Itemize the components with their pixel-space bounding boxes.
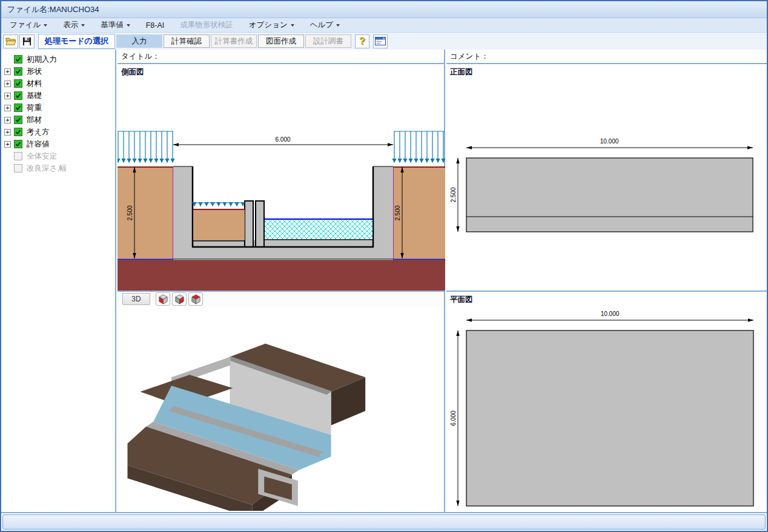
water-fill bbox=[265, 219, 372, 239]
cube-right-face-red-button[interactable] bbox=[172, 292, 187, 306]
checkbox-checked-icon[interactable] bbox=[14, 91, 22, 100]
cube-top-face-red-icon bbox=[190, 294, 202, 305]
save-file-button[interactable] bbox=[19, 34, 35, 48]
main-area: 初期入力 形状 材料 基礎 荷重 bbox=[1, 50, 767, 513]
dropdown-arrow-icon bbox=[127, 24, 130, 27]
plan-view-panel: 平面図 10.000 6.000 bbox=[446, 291, 767, 511]
sidebar-item-foundation[interactable]: 基礎 bbox=[1, 90, 115, 102]
expand-plus-icon[interactable] bbox=[4, 93, 11, 99]
front-view-label: 正面図 bbox=[450, 67, 473, 77]
checkbox-checked-icon[interactable] bbox=[14, 67, 22, 76]
sidebar-item-initial-input[interactable]: 初期入力 bbox=[1, 53, 115, 65]
sidebar-item-load[interactable]: 荷重 bbox=[1, 102, 115, 114]
dropdown-arrow-icon bbox=[291, 24, 294, 27]
expand-plus-icon[interactable] bbox=[4, 68, 11, 75]
open-file-button[interactable] bbox=[3, 34, 18, 48]
menu-options[interactable]: オプション bbox=[249, 20, 294, 30]
title-bar: ファイル名:MANUCHO34 bbox=[1, 1, 767, 18]
expand-plus-icon[interactable] bbox=[4, 129, 11, 136]
menu-standard-values[interactable]: 基準値 bbox=[101, 20, 130, 30]
checkbox-checked-icon[interactable] bbox=[14, 128, 22, 136]
checkbox-unchecked-icon bbox=[14, 152, 22, 160]
front-dim-width-label: 10.000 bbox=[600, 138, 619, 145]
view3d-button[interactable]: 3D bbox=[122, 293, 150, 305]
checkbox-checked-icon[interactable] bbox=[14, 55, 22, 64]
floppy-disk-icon bbox=[22, 37, 31, 46]
center-column: タイトル： 側面図 bbox=[118, 50, 445, 512]
checkbox-checked-icon[interactable] bbox=[14, 140, 22, 148]
sidebar-item-material[interactable]: 材料 bbox=[1, 77, 115, 90]
checkbox-unchecked-icon bbox=[14, 164, 22, 172]
dim-width-label: 6.000 bbox=[275, 136, 290, 143]
dropdown-arrow-icon bbox=[81, 24, 85, 27]
help-icon bbox=[359, 36, 365, 46]
sidebar-tree: 初期入力 形状 材料 基礎 荷重 bbox=[1, 50, 116, 512]
menu-f8-ai[interactable]: F8-AI bbox=[146, 21, 165, 30]
menu-help[interactable]: ヘルプ bbox=[310, 20, 340, 30]
dim-height-right-label: 2.500 bbox=[394, 205, 401, 220]
menu-deliverable-shape-check: 成果物形状検証 bbox=[180, 20, 233, 30]
dropdown-arrow-icon bbox=[44, 24, 47, 27]
side-view-drawing: 6.000 2.500 2.500 bbox=[118, 64, 445, 291]
dim-height-left-label: 2.500 bbox=[127, 205, 133, 220]
tab-calc-check[interactable]: 計算確認 bbox=[164, 34, 210, 48]
dialog-window-button[interactable] bbox=[373, 34, 388, 48]
sidebar-item-approach[interactable]: 考え方 bbox=[1, 126, 115, 138]
view3d-toolbar: 3D bbox=[118, 291, 444, 306]
front-view-panel: 正面図 10.000 2.500 bbox=[446, 64, 767, 291]
left-soil-block bbox=[118, 167, 173, 259]
sidebar-item-allowable-values[interactable]: 許容値 bbox=[1, 138, 115, 150]
menu-file[interactable]: ファイル bbox=[10, 20, 47, 30]
cube-left-face-red-button[interactable] bbox=[156, 292, 170, 306]
side-view-label: 側面図 bbox=[121, 67, 144, 77]
base-soil-layer bbox=[118, 260, 445, 291]
comment-header: コメント： bbox=[446, 50, 767, 64]
menu-view[interactable]: 表示 bbox=[63, 20, 85, 30]
mode-selector-label: 処理モードの選択 bbox=[38, 34, 115, 49]
plan-view-drawing: 10.000 6.000 bbox=[446, 292, 767, 511]
mode-tabs: 入力 計算確認 計算書作成 図面作成 設計調書 bbox=[116, 34, 351, 48]
view3d-viewport[interactable] bbox=[118, 306, 444, 511]
tab-report-create: 計算書作成 bbox=[211, 34, 257, 48]
sidebar-item-member[interactable]: 部材 bbox=[1, 114, 115, 126]
open-folder-icon bbox=[5, 37, 16, 46]
menu-bar: ファイル 表示 基準値 F8-AI 成果物形状検証 オプション ヘルプ bbox=[1, 18, 767, 33]
plan-dim-width-label: 10.000 bbox=[601, 310, 620, 317]
plan-dim-height-label: 6.000 bbox=[450, 410, 457, 425]
cube-top-face-red-button[interactable] bbox=[188, 292, 203, 306]
toolbar: 処理モードの選択 入力 計算確認 計算書作成 図面作成 設計調書 bbox=[1, 33, 767, 50]
sidebar-item-overall-stability: 全体安定 bbox=[1, 150, 115, 162]
sidebar-item-improvement-depth-width: 改良深さ,幅 bbox=[1, 162, 115, 174]
cube-left-face-red-icon bbox=[157, 294, 169, 305]
expand-plus-icon[interactable] bbox=[4, 141, 11, 148]
front-dim-height-label: 2.500 bbox=[450, 187, 457, 202]
tab-drawing-create[interactable]: 図面作成 bbox=[258, 34, 304, 48]
dialog-window-icon bbox=[375, 37, 386, 45]
dropdown-arrow-icon bbox=[336, 24, 340, 27]
side-view-panel: 側面図 bbox=[118, 64, 444, 291]
plan-view-label: 平面図 bbox=[450, 295, 473, 305]
expand-plus-icon[interactable] bbox=[4, 105, 11, 111]
tab-input[interactable]: 入力 bbox=[116, 34, 162, 48]
app-window: ファイル名:MANUCHO34 ファイル 表示 基準値 F8-AI 成果物形状検… bbox=[0, 0, 768, 532]
cube-right-face-red-icon bbox=[174, 294, 185, 305]
right-column: コメント： 正面図 10.000 2.500 bbox=[446, 50, 767, 512]
checkbox-checked-icon[interactable] bbox=[14, 79, 22, 88]
help-button[interactable] bbox=[355, 34, 369, 48]
model-3d-rendering bbox=[118, 306, 445, 511]
checkbox-checked-icon[interactable] bbox=[14, 116, 22, 124]
expand-plus-icon[interactable] bbox=[4, 80, 11, 87]
title-header: タイトル： bbox=[118, 50, 444, 64]
window-title: ファイル名:MANUCHO34 bbox=[7, 5, 99, 14]
expand-plus-icon[interactable] bbox=[4, 117, 11, 123]
sidebar-item-shape[interactable]: 形状 bbox=[1, 65, 115, 77]
status-bar bbox=[2, 514, 766, 530]
checkbox-checked-icon[interactable] bbox=[14, 103, 22, 112]
chamber-soil-fill bbox=[193, 209, 245, 240]
front-view-drawing: 10.000 2.500 bbox=[446, 64, 767, 291]
tab-design-record: 設計調書 bbox=[305, 34, 351, 48]
